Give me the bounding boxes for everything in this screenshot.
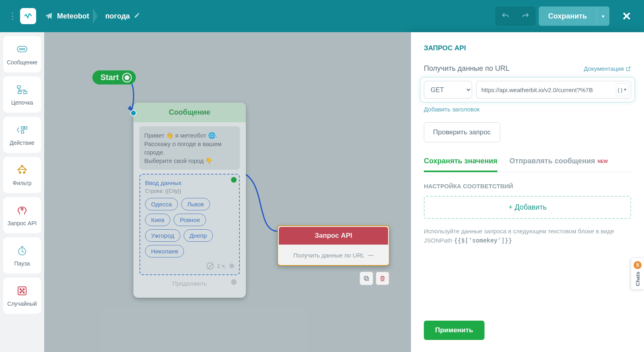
svg-rect-21 bbox=[365, 277, 368, 280]
svg-point-3 bbox=[24, 49, 25, 50]
svg-point-19 bbox=[23, 292, 25, 293]
city-chip[interactable]: Одесса bbox=[145, 198, 178, 210]
canvas[interactable]: Start Сообщение Привет 👋 я метеобот 🌐. Р… bbox=[44, 32, 411, 352]
api-node-title: Запрос API bbox=[279, 227, 388, 245]
city-chip[interactable]: Львов bbox=[181, 198, 210, 210]
api-request-node[interactable]: Запрос API Получить данные по URL bbox=[277, 225, 390, 266]
svg-point-15 bbox=[20, 289, 21, 290]
mapping-hint: Используйте данные запроса в следующем т… bbox=[424, 227, 631, 245]
properties-panel: ЗАПРОС API Получить данные по URL Докуме… bbox=[411, 32, 644, 352]
url-input[interactable] bbox=[476, 81, 631, 99]
city-chip[interactable]: Николаев bbox=[145, 245, 184, 257]
apply-button[interactable]: Применить bbox=[424, 321, 485, 340]
close-button[interactable]: ✕ bbox=[617, 6, 636, 26]
chats-side-tab[interactable]: 5 Chats bbox=[631, 257, 644, 290]
timeout-port[interactable] bbox=[229, 263, 234, 268]
city-chip[interactable]: Ужгород bbox=[145, 229, 180, 242]
sidebar-item-pause[interactable]: Пауза bbox=[3, 237, 41, 274]
sidebar-item-label: Фильтр bbox=[12, 180, 31, 186]
flow-name[interactable]: погода bbox=[105, 12, 130, 21]
message-section-port[interactable] bbox=[231, 177, 237, 183]
test-request-button[interactable]: Проверить запрос bbox=[424, 122, 500, 142]
filter-icon bbox=[16, 164, 29, 177]
city-chip[interactable]: Ровное bbox=[174, 214, 206, 226]
city-chip[interactable]: Днепр bbox=[184, 229, 213, 242]
drag-handle-icon[interactable]: ⋮ bbox=[8, 11, 17, 21]
bot-name: Meteobot bbox=[57, 12, 89, 21]
dash-icon bbox=[368, 255, 374, 256]
svg-point-10 bbox=[21, 165, 23, 167]
sidebar-item-label: Пауза bbox=[14, 260, 30, 267]
sidebar-item-filter[interactable]: Фильтр bbox=[3, 157, 41, 193]
undo-button[interactable] bbox=[495, 6, 515, 26]
undo-redo-group bbox=[495, 6, 536, 26]
sidebar-item-label: Действие bbox=[10, 140, 35, 146]
panel-title: ЗАПРОС API bbox=[424, 44, 631, 52]
hint-code: {{$['somekey']}} bbox=[454, 237, 512, 244]
svg-rect-8 bbox=[25, 127, 27, 129]
api-node-body: Получить данные по URL bbox=[293, 252, 365, 259]
duplicate-button[interactable] bbox=[360, 272, 373, 285]
url-label: Получить данные по URL bbox=[424, 64, 509, 73]
start-output-port[interactable] bbox=[123, 74, 131, 82]
message-input-port[interactable] bbox=[130, 110, 137, 116]
message-icon bbox=[16, 43, 29, 56]
http-method-select[interactable]: GET bbox=[424, 81, 472, 99]
dice-icon bbox=[16, 284, 29, 297]
city-chip[interactable]: Киев bbox=[145, 214, 170, 226]
sidebar: Сообщение Цепочка Действие Фильтр Запрос… bbox=[0, 32, 44, 352]
action-icon bbox=[16, 124, 29, 136]
tab-label: Отправлять сообщения bbox=[509, 157, 595, 165]
start-node[interactable]: Start bbox=[92, 70, 136, 84]
sidebar-item-chain[interactable]: Цепочка bbox=[3, 76, 41, 113]
breadcrumb-bot[interactable]: Meteobot bbox=[44, 12, 89, 21]
timeout-value: 1 ч. bbox=[217, 263, 226, 269]
edit-icon[interactable] bbox=[134, 12, 140, 20]
message-input-section[interactable]: Ввод данных Строка: {{City}} ОдессаЛьвов… bbox=[139, 174, 240, 275]
hint-text: Используйте данные запроса в следующем т… bbox=[424, 228, 614, 244]
svg-point-12 bbox=[23, 172, 25, 173]
documentation-link[interactable]: Документация bbox=[584, 65, 631, 72]
app-logo[interactable] bbox=[20, 8, 36, 24]
sidebar-item-label: Цепочка bbox=[11, 99, 33, 106]
svg-point-18 bbox=[20, 292, 21, 293]
telegram-icon bbox=[44, 12, 53, 21]
sidebar-item-label: Сообщение bbox=[7, 59, 37, 66]
svg-point-2 bbox=[22, 49, 23, 50]
save-dropdown-button[interactable]: ▾ bbox=[597, 6, 609, 26]
continue-row[interactable]: Продолжить bbox=[139, 275, 240, 292]
continue-port[interactable] bbox=[231, 279, 237, 285]
svg-rect-22 bbox=[364, 276, 368, 280]
redo-button[interactable] bbox=[515, 6, 536, 26]
delete-button[interactable] bbox=[376, 272, 389, 285]
message-node[interactable]: Сообщение Привет 👋 я метеобот 🌐. Расскаж… bbox=[133, 103, 246, 298]
sidebar-item-api-request[interactable]: Запрос API bbox=[3, 197, 41, 233]
timeout-disabled-icon bbox=[206, 262, 214, 270]
message-greeting-text: Привет 👋 я метеобот 🌐. Расскажу о погоде… bbox=[139, 126, 240, 170]
mapping-section-title: НАСТРОЙКА СООТВЕТСТВИЙ bbox=[424, 183, 631, 189]
continue-label: Продолжить bbox=[172, 280, 207, 287]
sidebar-item-label: Случайный bbox=[7, 301, 37, 307]
add-mapping-button[interactable]: + Добавить bbox=[424, 196, 631, 219]
breadcrumb-separator bbox=[89, 8, 101, 24]
pause-icon bbox=[16, 244, 29, 257]
sidebar-item-message[interactable]: Сообщение bbox=[3, 36, 41, 72]
save-button[interactable]: Сохранить bbox=[539, 6, 597, 26]
tab-label: Сохранять значения bbox=[424, 157, 497, 165]
tab-send-messages[interactable]: Отправлять сообщения NEW bbox=[509, 157, 608, 172]
tab-save-values[interactable]: Сохранять значения bbox=[424, 157, 497, 172]
svg-rect-6 bbox=[24, 91, 27, 94]
sidebar-item-random[interactable]: Случайный bbox=[3, 278, 41, 314]
insert-variable-button[interactable]: { }▼ bbox=[616, 83, 629, 96]
api-icon bbox=[16, 204, 29, 217]
svg-point-16 bbox=[23, 289, 25, 290]
sidebar-item-action[interactable]: Действие bbox=[3, 117, 41, 153]
svg-rect-4 bbox=[17, 86, 20, 88]
chats-count-badge: 5 bbox=[634, 261, 642, 269]
svg-point-1 bbox=[20, 49, 21, 50]
node-toolbar bbox=[360, 272, 389, 285]
sidebar-item-label: Запрос API bbox=[8, 220, 37, 226]
chain-icon bbox=[16, 83, 29, 96]
new-badge: NEW bbox=[597, 159, 608, 164]
add-header-link[interactable]: Добавить заголовок bbox=[424, 106, 631, 113]
